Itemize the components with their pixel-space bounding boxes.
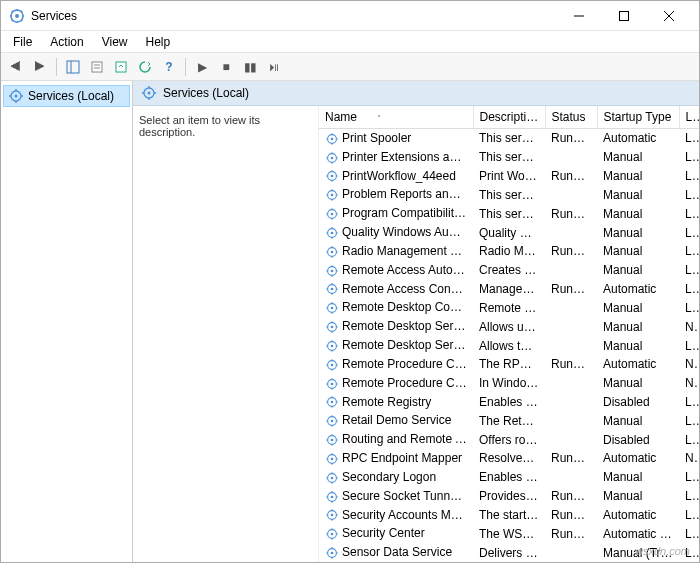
refresh-icon bbox=[138, 60, 152, 74]
svg-point-13 bbox=[15, 95, 18, 98]
cell-name: Remote Desktop Services U… bbox=[319, 336, 473, 355]
sort-asc-icon: ˄ bbox=[377, 114, 381, 123]
cell-log: Loc bbox=[679, 336, 699, 355]
cell-log: Loc bbox=[679, 204, 699, 223]
cell-startup: Automatic bbox=[597, 280, 679, 299]
svg-point-127 bbox=[331, 458, 334, 461]
tree-pane[interactable]: Services (Local) bbox=[1, 81, 133, 563]
table-row[interactable]: Problem Reports and Soluti…This service … bbox=[319, 185, 699, 204]
service-name-text: Remote Registry bbox=[342, 395, 431, 409]
service-name-text: Remote Desktop Configurat… bbox=[342, 300, 473, 314]
menu-file[interactable]: File bbox=[5, 33, 40, 51]
cell-name: PrintWorkflow_44eed bbox=[319, 167, 473, 186]
cell-description: Remote Des… bbox=[473, 298, 545, 317]
cell-log: Net bbox=[679, 374, 699, 393]
svg-point-31 bbox=[331, 156, 334, 159]
service-gear-icon bbox=[325, 508, 342, 522]
service-gear-icon bbox=[325, 263, 342, 277]
properties-button[interactable] bbox=[86, 56, 108, 78]
start-service-button[interactable]: ▶ bbox=[191, 56, 213, 78]
table-row[interactable]: RPC Endpoint MapperResolves RP…RunningAu… bbox=[319, 449, 699, 468]
table-row[interactable]: Print SpoolerThis service …RunningAutoma… bbox=[319, 129, 699, 148]
cell-status: Running bbox=[545, 129, 597, 148]
table-row[interactable]: Security CenterThe WSCSV…RunningAutomati… bbox=[319, 524, 699, 543]
table-row[interactable]: Remote Access Connection…Manages di…Runn… bbox=[319, 280, 699, 299]
svg-point-37 bbox=[331, 175, 334, 178]
show-hide-tree-button[interactable] bbox=[62, 56, 84, 78]
window-title: Services bbox=[31, 9, 556, 23]
cell-status: Running bbox=[545, 242, 597, 261]
table-row[interactable]: Radio Management ServiceRadio Mana…Runni… bbox=[319, 242, 699, 261]
cell-log: Net bbox=[679, 449, 699, 468]
stop-service-button[interactable]: ■ bbox=[215, 56, 237, 78]
cell-startup: Disabled bbox=[597, 430, 679, 449]
maximize-button[interactable] bbox=[601, 1, 646, 31]
cell-status bbox=[545, 148, 597, 167]
cell-description: Allows the r… bbox=[473, 336, 545, 355]
pause-service-button[interactable]: ▮▮ bbox=[239, 56, 261, 78]
table-row[interactable]: Remote Access Auto Conne…Creates a co…Ma… bbox=[319, 261, 699, 280]
cell-status: Running bbox=[545, 524, 597, 543]
cell-name: Printer Extensions and Notif… bbox=[319, 148, 473, 167]
table-row[interactable]: Remote Desktop Services U…Allows the r…M… bbox=[319, 336, 699, 355]
cell-description: The WSCSV… bbox=[473, 524, 545, 543]
service-gear-icon bbox=[325, 150, 342, 164]
table-row[interactable]: Remote RegistryEnables rem…DisabledLoc bbox=[319, 393, 699, 412]
service-gear-icon bbox=[325, 206, 342, 220]
back-button[interactable]: ⯇ bbox=[5, 56, 27, 78]
table-row[interactable]: Secondary LogonEnables star…ManualLoc bbox=[319, 468, 699, 487]
column-header-name[interactable]: Name˄ bbox=[319, 106, 473, 129]
cell-log: Loc bbox=[679, 242, 699, 261]
table-row[interactable]: Secure Socket Tunneling Pr…Provides su…R… bbox=[319, 487, 699, 506]
menu-help[interactable]: Help bbox=[138, 33, 179, 51]
svg-point-61 bbox=[331, 250, 334, 253]
table-row[interactable]: Quality Windows Audio Vid…Quality Win…Ma… bbox=[319, 223, 699, 242]
column-header-startup[interactable]: Startup Type bbox=[597, 106, 679, 129]
table-row[interactable]: PrintWorkflow_44eedPrint Workfl…RunningM… bbox=[319, 167, 699, 186]
cell-startup: Manual bbox=[597, 204, 679, 223]
cell-startup: Manual bbox=[597, 374, 679, 393]
list-pane[interactable]: Name˄ Description Status Startup Type Lo… bbox=[319, 106, 699, 563]
cell-log: Net bbox=[679, 317, 699, 336]
cell-status bbox=[545, 374, 597, 393]
export-button[interactable] bbox=[110, 56, 132, 78]
cell-startup: Automatic bbox=[597, 506, 679, 525]
forward-button[interactable]: ⯈ bbox=[29, 56, 51, 78]
table-row[interactable]: Program Compatibility Assi…This service … bbox=[319, 204, 699, 223]
cell-status: Running bbox=[545, 280, 597, 299]
column-header-description[interactable]: Description bbox=[473, 106, 545, 129]
cell-startup: Manual bbox=[597, 185, 679, 204]
service-name-text: Remote Desktop Services bbox=[342, 319, 473, 333]
table-row[interactable]: Retail Demo ServiceThe Retail D…ManualLo… bbox=[319, 411, 699, 430]
cell-name: Secondary Logon bbox=[319, 468, 473, 487]
column-header-status[interactable]: Status bbox=[545, 106, 597, 129]
service-gear-icon bbox=[325, 432, 342, 446]
cell-log: Loc bbox=[679, 298, 699, 317]
service-gear-icon bbox=[325, 338, 342, 352]
table-row[interactable]: Remote Desktop Configurat…Remote Des…Man… bbox=[319, 298, 699, 317]
menu-view[interactable]: View bbox=[94, 33, 136, 51]
table-row[interactable]: Security Accounts ManagerThe startup …Ru… bbox=[319, 506, 699, 525]
restart-service-button[interactable]: ⏯ bbox=[263, 56, 285, 78]
tree-root-services-local[interactable]: Services (Local) bbox=[3, 85, 130, 107]
service-name-text: Remote Access Connection… bbox=[342, 282, 473, 296]
table-row[interactable]: Remote Desktop ServicesAllows user…Manua… bbox=[319, 317, 699, 336]
service-name-text: Remote Desktop Services U… bbox=[342, 338, 473, 352]
column-header-log[interactable]: Log bbox=[679, 106, 699, 129]
table-row[interactable]: Remote Procedure Call (RP…In Windows…Man… bbox=[319, 374, 699, 393]
cell-description: Manages di… bbox=[473, 280, 545, 299]
table-row[interactable]: Routing and Remote AccessOffers routi…Di… bbox=[319, 430, 699, 449]
minimize-button[interactable] bbox=[556, 1, 601, 31]
cell-name: RPC Endpoint Mapper bbox=[319, 449, 473, 468]
service-name-text: Security Center bbox=[342, 526, 425, 540]
table-row[interactable]: Remote Procedure Call (RPC)The RPCSS …Ru… bbox=[319, 355, 699, 374]
cell-startup: Automatic bbox=[597, 449, 679, 468]
service-name-text: Secure Socket Tunneling Pr… bbox=[342, 489, 473, 503]
menu-action[interactable]: Action bbox=[42, 33, 91, 51]
table-row[interactable]: Printer Extensions and Notif…This servic… bbox=[319, 148, 699, 167]
refresh-button[interactable] bbox=[134, 56, 156, 78]
cell-log: Loc bbox=[679, 148, 699, 167]
titlebar: Services bbox=[1, 1, 699, 31]
close-button[interactable] bbox=[646, 1, 691, 31]
help-button[interactable]: ? bbox=[158, 56, 180, 78]
